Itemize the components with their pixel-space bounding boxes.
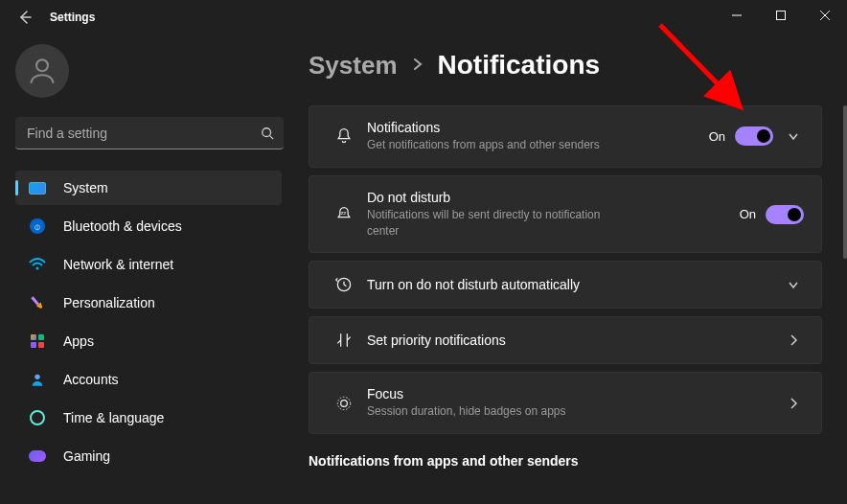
page-title: Notifications: [438, 50, 601, 80]
gamepad-icon: [25, 447, 50, 465]
svg-point-10: [34, 375, 39, 379]
sidebar-item-label: System: [63, 180, 108, 195]
priority-icon: [327, 331, 361, 350]
navigate-chevron[interactable]: [783, 397, 804, 410]
arrow-left-icon: [17, 10, 33, 25]
card-title: Set priority notifications: [367, 332, 773, 348]
apps-icon: [25, 332, 50, 350]
breadcrumb-parent[interactable]: System: [309, 51, 398, 80]
sidebar-item-label: Accounts: [63, 372, 119, 387]
card-notifications[interactable]: Notifications Get notifications from app…: [309, 105, 822, 168]
close-button[interactable]: [803, 0, 847, 31]
card-title: Focus: [367, 386, 773, 401]
clock-arrow-icon: [327, 275, 361, 294]
minimize-button[interactable]: [715, 0, 759, 31]
avatar[interactable]: [15, 44, 69, 98]
accounts-icon: [25, 371, 50, 388]
svg-rect-9: [31, 296, 39, 306]
svg-point-14: [341, 400, 348, 406]
maximize-button[interactable]: [759, 0, 803, 31]
card-subtitle: Notifications will be sent directly to n…: [367, 207, 616, 240]
sidebar-item-time[interactable]: Time & language: [15, 401, 282, 435]
card-focus[interactable]: Focus Session duration, hide badges on a…: [309, 372, 822, 434]
chevron-right-icon: [411, 56, 424, 76]
main-panel: System Notifications Notifications Get n…: [297, 34, 847, 504]
focus-icon: [327, 394, 361, 413]
expand-chevron[interactable]: [783, 278, 804, 291]
sidebar-item-bluetooth[interactable]: ⌽ Bluetooth & devices: [15, 209, 282, 243]
close-icon: [820, 11, 830, 20]
card-do-not-disturb[interactable]: zz Do not disturb Notifications will be …: [309, 175, 822, 254]
sidebar-item-network[interactable]: Network & internet: [15, 247, 282, 282]
card-subtitle: Session duration, hide badges on apps: [367, 403, 750, 420]
paintbrush-icon: [25, 294, 50, 311]
search-box[interactable]: [15, 117, 284, 149]
wifi-icon: [25, 256, 50, 273]
sidebar-item-gaming[interactable]: Gaming: [15, 439, 282, 473]
app-title: Settings: [50, 11, 95, 24]
card-title: Notifications: [367, 120, 709, 135]
search-icon: [251, 126, 284, 140]
clock-globe-icon: [25, 409, 50, 426]
card-priority-notifications[interactable]: Set priority notifications: [309, 316, 822, 364]
section-header: Notifications from apps and other sender…: [309, 453, 822, 469]
toggle-status: On: [709, 129, 725, 144]
bell-icon: [327, 126, 361, 146]
display-icon: [25, 179, 50, 196]
sidebar-item-personalization[interactable]: Personalization: [15, 286, 282, 320]
toggle-status: On: [740, 207, 756, 221]
bluetooth-icon: ⌽: [25, 218, 50, 235]
svg-line-7: [270, 135, 274, 139]
dnd-icon: zz: [327, 205, 361, 224]
expand-chevron[interactable]: [783, 129, 804, 143]
minimize-icon: [732, 11, 742, 20]
sidebar-item-label: Time & language: [63, 410, 164, 425]
back-button[interactable]: [11, 4, 38, 31]
sidebar-item-label: Apps: [63, 333, 94, 349]
card-subtitle: Get notifications from apps and other se…: [367, 137, 616, 153]
sidebar-item-system[interactable]: System: [15, 171, 282, 205]
scrollbar[interactable]: [843, 105, 847, 259]
maximize-icon: [776, 11, 786, 20]
svg-rect-2: [777, 11, 786, 20]
svg-point-8: [36, 267, 39, 270]
sidebar-item-accounts[interactable]: Accounts: [15, 362, 282, 397]
dnd-toggle[interactable]: [766, 205, 804, 224]
sidebar-item-label: Gaming: [63, 448, 110, 464]
sidebar-item-label: Personalization: [63, 295, 155, 310]
sidebar-item-apps[interactable]: Apps: [15, 324, 282, 358]
card-title: Turn on do not disturb automatically: [367, 277, 773, 292]
svg-text:zz: zz: [341, 210, 347, 216]
svg-point-6: [263, 127, 271, 136]
breadcrumb: System Notifications: [309, 50, 822, 80]
card-title: Do not disturb: [367, 190, 740, 205]
sidebar: System ⌽ Bluetooth & devices Network & i…: [0, 34, 297, 504]
svg-point-13: [337, 397, 350, 409]
search-input[interactable]: [15, 126, 251, 141]
sidebar-item-label: Bluetooth & devices: [63, 218, 182, 234]
user-icon: [26, 55, 58, 87]
notifications-toggle[interactable]: [735, 126, 773, 146]
title-bar: Settings: [0, 0, 847, 34]
card-auto-dnd[interactable]: Turn on do not disturb automatically: [309, 261, 822, 309]
sidebar-item-label: Network & internet: [63, 257, 173, 272]
svg-point-5: [36, 59, 48, 71]
navigate-chevron[interactable]: [783, 333, 804, 347]
